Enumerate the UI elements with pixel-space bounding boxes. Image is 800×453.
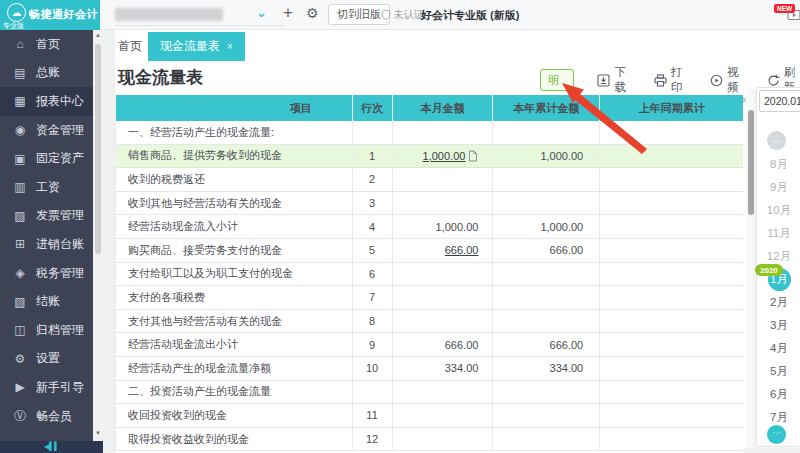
section-row: 二、投资活动产生的现金流量 bbox=[116, 381, 743, 405]
item-cell: 经营活动产生的现金流量净额 bbox=[116, 357, 353, 380]
months-page-up-icon[interactable]: ︿ bbox=[767, 131, 786, 150]
certification-status[interactable]: 未认证 bbox=[381, 8, 425, 22]
scroll-up-icon[interactable]: ▲ bbox=[93, 32, 103, 38]
month-label: 7月 bbox=[770, 410, 788, 425]
line-cell: 10 bbox=[353, 357, 393, 380]
month-item[interactable]: 4月 bbox=[757, 337, 800, 360]
sidebar-item-settings[interactable]: ⚙设置 bbox=[0, 345, 93, 374]
sidebar-item-home[interactable]: ⌂首页 bbox=[0, 30, 93, 59]
month-item[interactable]: 11月 bbox=[757, 222, 800, 245]
month-item[interactable]: 9月 bbox=[757, 176, 800, 199]
sidebar-item-fixed-assets[interactable]: ▣固定资产 bbox=[0, 144, 93, 173]
month-amount-cell bbox=[393, 404, 494, 427]
tab-cash-flow-statement[interactable]: 现金流量表 × bbox=[148, 32, 245, 61]
month-item[interactable]: 2月 bbox=[757, 291, 800, 314]
month-amount-cell bbox=[393, 428, 494, 451]
prev-amount-cell bbox=[600, 428, 743, 451]
sidebar-item-guide[interactable]: ▶新手引导 bbox=[0, 373, 93, 402]
line-cell: 4 bbox=[353, 215, 393, 238]
tab-home[interactable]: 首页 bbox=[118, 38, 142, 55]
prev-amount-cell bbox=[600, 404, 743, 427]
sidebar-item-label: 归档管理 bbox=[36, 322, 84, 339]
prev-amount-cell bbox=[600, 381, 743, 404]
content-gutter bbox=[103, 30, 115, 453]
sidebar-item-label: 发票管理 bbox=[36, 207, 84, 224]
sidebar-item-salary[interactable]: ▥工资 bbox=[0, 173, 93, 202]
sidebar-item-member[interactable]: Ⓥ畅会员 bbox=[0, 402, 93, 431]
app-logo-title: 畅捷通好会计 bbox=[29, 7, 98, 22]
prev-amount-cell bbox=[600, 357, 743, 380]
print-button[interactable]: 打印 bbox=[654, 65, 687, 95]
column-header: 本月金额 bbox=[393, 95, 494, 121]
video-button[interactable]: 视频 bbox=[710, 65, 743, 95]
voucher-doc-icon[interactable] bbox=[468, 150, 478, 162]
company-chevron-down-icon[interactable]: ⌄ bbox=[256, 5, 267, 20]
app-logo: ☁ 畅捷通好会计 专业版 bbox=[0, 0, 100, 30]
table-scrollbar[interactable] bbox=[746, 88, 755, 453]
detail-button[interactable]: 明细 bbox=[540, 69, 574, 91]
sidebar-scrollbar[interactable]: ▲ ▼ bbox=[93, 30, 103, 441]
add-account-set-icon[interactable]: + bbox=[283, 3, 293, 23]
line-cell: 2 bbox=[353, 168, 393, 191]
download-icon bbox=[597, 74, 610, 87]
sidebar-footer-bar: ◀▍▍ bbox=[0, 441, 103, 453]
table-row: 收到其他与经营活动有关的现金3 bbox=[116, 192, 743, 216]
sidebar-scrollbar-thumb[interactable] bbox=[95, 44, 101, 254]
sidebar-item-label: 结账 bbox=[36, 293, 60, 310]
print-icon bbox=[654, 74, 667, 87]
year-amount-cell bbox=[493, 428, 600, 451]
table-row: 取得投资收益收到的现金12 bbox=[116, 428, 743, 452]
month-list: 8月9月10月11月12月1月2月3月4月5月6月7月 bbox=[757, 153, 800, 429]
period-input[interactable] bbox=[759, 90, 800, 112]
download-button[interactable]: 下载 bbox=[597, 65, 630, 95]
video-label: 视频 bbox=[727, 65, 743, 95]
scroll-down-icon[interactable]: ▼ bbox=[93, 430, 103, 436]
month-item[interactable]: 8月 bbox=[757, 153, 800, 176]
general-ledger-icon: ▤ bbox=[13, 66, 27, 80]
prev-amount-cell bbox=[600, 286, 743, 309]
line-cell: 3 bbox=[353, 192, 393, 215]
month-amount-cell: 1,000.00 bbox=[393, 145, 494, 168]
sidebar-item-archive[interactable]: ◫归档管理 bbox=[0, 316, 93, 345]
guide-icon: ▶ bbox=[13, 380, 27, 394]
item-cell: 销售商品、提供劳务收到的现金 bbox=[116, 145, 353, 168]
sidebar-item-purchase-sales[interactable]: ⊞进销台账 bbox=[0, 230, 93, 259]
sidebar-item-label: 首页 bbox=[36, 36, 60, 53]
home-icon: ⌂ bbox=[13, 37, 27, 51]
prev-amount-cell bbox=[600, 215, 743, 238]
prev-amount-cell bbox=[600, 168, 743, 191]
prev-amount-cell bbox=[600, 239, 743, 262]
year-amount-cell bbox=[493, 404, 600, 427]
month-label: 2月 bbox=[770, 295, 788, 310]
table-row: 支付的各项税费7 bbox=[116, 286, 743, 310]
collapse-sidebar-icon[interactable]: ◀▍▍ bbox=[44, 442, 59, 451]
sidebar-item-label: 报表中心 bbox=[36, 93, 84, 110]
month-item[interactable]: 10月 bbox=[757, 199, 800, 222]
month-item[interactable]: 6月 bbox=[757, 383, 800, 406]
column-header: 行次 bbox=[353, 95, 393, 121]
sidebar-item-label: 资金管理 bbox=[36, 122, 84, 139]
sidebar-item-tax[interactable]: ◈税务管理 bbox=[0, 259, 93, 288]
month-item[interactable]: 3月 bbox=[757, 314, 800, 337]
line-cell: 11 bbox=[353, 404, 393, 427]
sidebar-item-funds[interactable]: ◉资金管理 bbox=[0, 116, 93, 145]
company-name-redacted[interactable] bbox=[115, 8, 223, 21]
table-scrollbar-thumb[interactable] bbox=[748, 110, 754, 215]
month-amount-cell bbox=[393, 168, 494, 191]
sidebar-item-label: 总账 bbox=[36, 64, 60, 81]
sidebar-item-closing[interactable]: ▨结账 bbox=[0, 287, 93, 316]
months-page-down-icon[interactable]: ﹀ bbox=[767, 425, 786, 444]
drill-down-amount-link[interactable]: 1,000.00 bbox=[423, 150, 466, 162]
drill-down-amount-link[interactable]: 666.00 bbox=[445, 244, 479, 256]
sidebar-item-label: 税务管理 bbox=[36, 265, 84, 282]
gear-icon[interactable]: ⚙ bbox=[306, 5, 319, 21]
month-label: 4月 bbox=[770, 341, 788, 356]
month-item[interactable]: 5月 bbox=[757, 360, 800, 383]
page-title: 现金流量表 bbox=[118, 66, 203, 89]
month-label: 6月 bbox=[770, 387, 788, 402]
close-tab-icon[interactable]: × bbox=[227, 41, 233, 52]
section-row: 一、经营活动产生的现金流量: bbox=[116, 121, 743, 145]
sidebar-item-report-center[interactable]: ▦报表中心 bbox=[0, 87, 93, 116]
sidebar-item-general-ledger[interactable]: ▤总账 bbox=[0, 59, 93, 88]
sidebar-item-invoice[interactable]: ▧发票管理 bbox=[0, 202, 93, 231]
